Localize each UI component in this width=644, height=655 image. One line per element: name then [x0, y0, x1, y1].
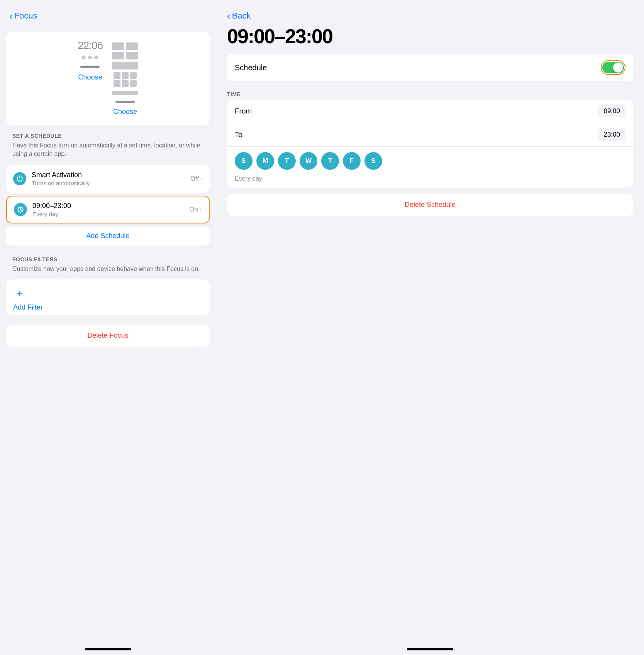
add-filter-button[interactable]: + Add Filter [6, 279, 210, 315]
schedule-item-status-text: On [189, 206, 198, 213]
schedule-item-chevron: › [200, 205, 202, 213]
day-circle-monday[interactable]: M [256, 152, 274, 170]
app-icon-2 [122, 72, 129, 79]
smart-activation-status-text: Off [190, 175, 199, 183]
phone-bar-left [80, 66, 100, 68]
add-schedule-button[interactable]: Add Schedule [6, 227, 210, 245]
grid-cell-1 [112, 42, 124, 50]
to-label: To [235, 130, 242, 139]
focus-filters-desc: Customize how your apps and device behav… [12, 265, 203, 273]
to-value: 23:00 [598, 129, 625, 141]
smart-activation-chevron: › [200, 174, 203, 183]
day-circle-wednesday[interactable]: W [300, 152, 317, 170]
set-schedule-title: SET A SCHEDULE [12, 133, 203, 139]
day-circle-friday[interactable]: F [343, 152, 361, 170]
power-icon-container [13, 172, 26, 185]
home-indicator-left [85, 648, 131, 650]
day-circle-saturday[interactable]: S [364, 152, 382, 170]
grid-cell-2 [126, 42, 138, 50]
delete-focus-card[interactable]: Delete Focus [6, 325, 210, 347]
add-filter-card: + Add Filter [6, 279, 210, 315]
delete-focus-label: Delete Focus [87, 332, 128, 340]
schedule-toggle-card: Schedule [227, 54, 633, 81]
schedule-item-status: On › [189, 205, 202, 213]
right-back-button[interactable]: ‹ Back [227, 11, 633, 21]
time-section-label: TIME [216, 87, 644, 100]
smart-activation-content: Smart Activation Turns on automatically [32, 171, 185, 186]
grid-cell-3 [112, 52, 124, 59]
day-circle-tuesday[interactable]: T [278, 152, 296, 170]
smart-activation-title: Smart Activation [32, 171, 185, 179]
grid-cell-4 [126, 52, 138, 59]
schedule-item-subtitle: Every day [32, 211, 184, 217]
time-card: From 09:00 To 23:00 SMTWTFS Every day [227, 100, 633, 188]
from-value: 09:00 [598, 105, 625, 117]
smart-activation-row[interactable]: Smart Activation Turns on automatically … [6, 165, 210, 193]
schedule-item-highlighted[interactable]: 09:00–23:00 Every day On › [6, 196, 210, 223]
phone-bar-right [115, 101, 135, 103]
left-panel: ‹ Focus 22:06 Choose [0, 0, 216, 655]
from-label: From [235, 107, 252, 115]
set-a-schedule-header: SET A SCHEDULE Have this Focus turn on a… [0, 125, 216, 162]
schedule-item-inner[interactable]: 09:00–23:00 Every day On › [7, 196, 209, 223]
phone-screen-right: Choose [112, 39, 138, 116]
clock-icon-container [14, 203, 27, 216]
schedule-item-content: 09:00–23:00 Every day [32, 202, 184, 217]
to-row[interactable]: To 23:00 [227, 123, 633, 146]
add-schedule-card: Add Schedule [6, 227, 210, 245]
schedule-item-title: 09:00–23:00 [32, 202, 184, 210]
phone-grid-top [112, 42, 138, 59]
right-panel: ‹ Back 09:00–23:00 Schedule TIME From 09… [216, 0, 644, 655]
app-icon-4 [114, 80, 120, 87]
phone-grid-wide [112, 62, 138, 69]
dot-2 [88, 56, 92, 59]
add-filter-label: Add Filter [13, 303, 43, 311]
app-icon-1 [114, 72, 120, 79]
schedule-toggle-wrapper [601, 60, 625, 75]
dot-3 [94, 56, 98, 59]
from-row[interactable]: From 09:00 [227, 100, 633, 123]
app-icon-3 [130, 72, 137, 79]
day-circle-sunday[interactable]: S [235, 152, 253, 170]
right-header: ‹ Back 09:00–23:00 [216, 0, 644, 54]
phone-dock [112, 91, 138, 95]
phone-app-grid [114, 72, 137, 87]
focus-filters-title: FOCUS FILTERS [12, 256, 203, 262]
set-schedule-desc: Have this Focus turn on automatically at… [12, 141, 203, 159]
add-schedule-label: Add Schedule [86, 232, 129, 240]
smart-activation-subtitle: Turns on automatically [32, 180, 185, 186]
plus-icon: + [13, 286, 26, 300]
schedule-toggle-row: Schedule [227, 54, 633, 81]
phone-dots [82, 56, 98, 59]
choose-button-left[interactable]: Choose [78, 73, 102, 81]
right-back-label: Back [232, 11, 251, 21]
toggle-knob [613, 63, 623, 73]
schedule-toggle-label: Schedule [235, 63, 267, 72]
phone-preview-card: 22:06 Choose [6, 32, 210, 125]
left-header: ‹ Focus [0, 0, 216, 25]
app-icon-5 [122, 80, 129, 87]
phone-time: 22:06 [78, 39, 103, 52]
smart-activation-status: Off › [190, 174, 203, 183]
smart-activation-card: Smart Activation Turns on automatically … [6, 165, 210, 193]
focus-filters-header: FOCUS FILTERS Customize how your apps an… [0, 249, 216, 276]
home-indicator-right [407, 648, 453, 650]
app-icon-6 [130, 80, 137, 87]
phone-screen-left: 22:06 Choose [78, 39, 103, 116]
focus-back-button[interactable]: ‹ Focus [9, 11, 207, 21]
dot-1 [82, 56, 86, 59]
right-page-title: 09:00–23:00 [227, 25, 633, 48]
every-day-label: Every day [227, 175, 633, 188]
day-circle-thursday[interactable]: T [321, 152, 339, 170]
back-label: Focus [14, 11, 37, 21]
delete-schedule-label: Delete Schedule [405, 201, 456, 209]
delete-schedule-card[interactable]: Delete Schedule [227, 194, 633, 216]
days-row: SMTWTFS [227, 146, 633, 175]
right-back-chevron-icon: ‹ [227, 11, 230, 21]
schedule-toggle[interactable] [602, 62, 624, 73]
choose-button-right[interactable]: Choose [113, 108, 137, 116]
back-chevron-icon: ‹ [9, 11, 13, 21]
